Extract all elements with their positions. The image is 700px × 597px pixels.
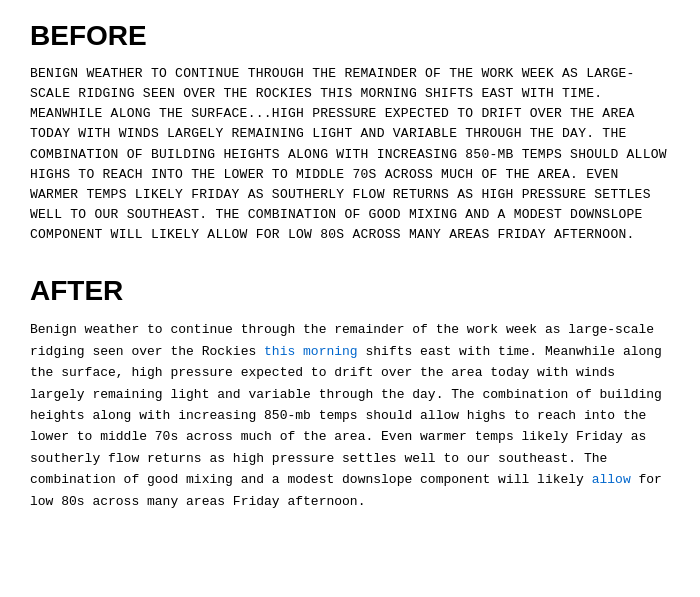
after-body: Benign weather to continue through the r…: [30, 319, 670, 512]
highlighted-text: this morning: [264, 344, 358, 359]
before-section: BEFORE BENIGN WEATHER TO CONTINUE THROUG…: [30, 20, 670, 245]
highlighted-text: allow: [592, 472, 631, 487]
normal-text: shifts east with time. Meanwhile along t…: [30, 344, 662, 488]
after-title: AFTER: [30, 275, 670, 307]
before-title: BEFORE: [30, 20, 670, 52]
before-body: BENIGN WEATHER TO CONTINUE THROUGH THE R…: [30, 64, 670, 245]
before-text-content: BENIGN WEATHER TO CONTINUE THROUGH THE R…: [30, 66, 667, 242]
after-section: AFTER Benign weather to continue through…: [30, 275, 670, 512]
